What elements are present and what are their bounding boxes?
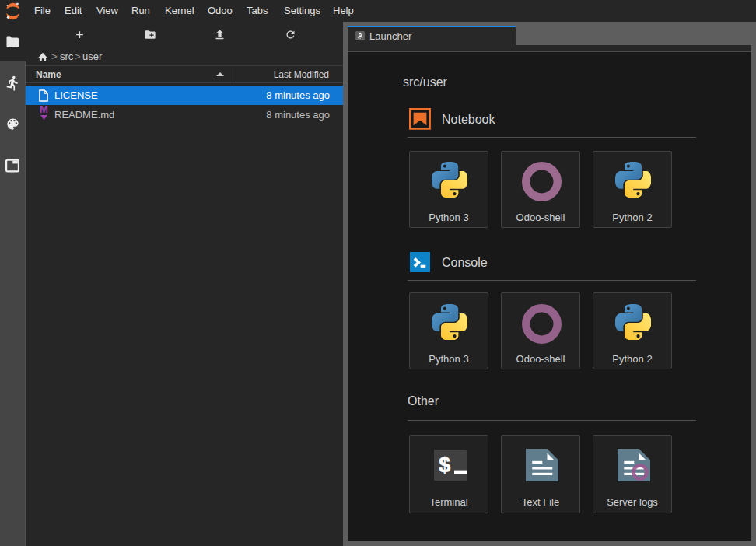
svg-text:$: $	[439, 453, 450, 476]
